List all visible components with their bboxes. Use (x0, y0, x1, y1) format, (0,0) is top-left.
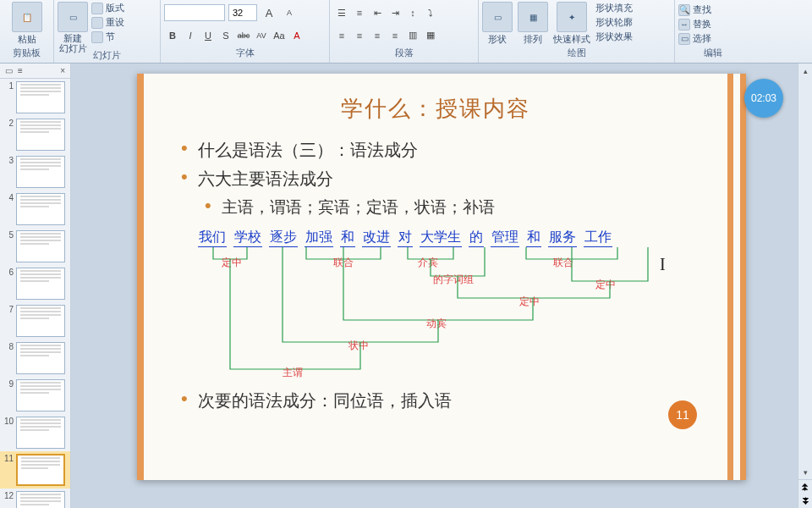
underline-button[interactable]: U (200, 27, 217, 44)
find-button[interactable]: 🔍查找 (678, 3, 748, 16)
thumbnail-8[interactable]: 8 (0, 340, 70, 377)
bullet-list: 什么是语法（三）：语法成分 六大主要语法成分 主语，谓语；宾语；定语，状语；补语 (179, 139, 697, 218)
thumbnail-2[interactable]: 2 (0, 116, 70, 153)
next-slide-button[interactable]: ⯯ (798, 494, 812, 509)
thumbnail-3[interactable]: 3 (0, 153, 70, 190)
new-slide-icon: ▭ (58, 2, 88, 32)
font-size-select[interactable] (228, 4, 257, 21)
ribbon: 📋 粘贴 剪贴板 ▭ 新建 幻灯片 版式 重设 节 幻灯片 A A B (0, 0, 812, 64)
bullet-2a: 主语，谓语；宾语；定语，状语；补语 (203, 196, 697, 218)
justify-button[interactable]: ≡ (387, 27, 403, 44)
thumbnail-panel: ▭ ≡ × 1234567891011121314 (0, 64, 71, 508)
group-paragraph: ☰ ≡ ⇤ ⇥ ↕ ⤵ ≡ ≡ ≡ ≡ ▥ ▦ 段落 (330, 0, 479, 63)
shape-fill-button[interactable]: 形状填充 (595, 2, 633, 14)
group-drawing-label: 绘图 (482, 47, 671, 61)
word: 和 (526, 229, 541, 247)
scroll-track[interactable] (798, 78, 812, 465)
arrange-button[interactable]: ▦排列 (518, 2, 548, 46)
scroll-up-button[interactable]: ▴ (798, 64, 812, 78)
numbering-button[interactable]: ≡ (351, 4, 368, 21)
word: 加强 (304, 229, 333, 247)
group-font: A A B I U S abc AV Aa A 字体 (161, 0, 330, 63)
char-spacing-button[interactable]: AV (253, 27, 270, 44)
slides-tab[interactable]: ▭ (5, 66, 13, 75)
word: 和 (340, 229, 355, 247)
layout-icon (91, 3, 103, 14)
bullet-2: 六大主要语法成分 (179, 168, 697, 190)
line-spacing-button[interactable]: ↕ (404, 4, 421, 21)
svg-text:介宾: 介宾 (418, 257, 438, 268)
vertical-scrollbar[interactable]: ▴ ▾ ⯭ ⯯ (798, 64, 812, 508)
select-icon: ▭ (678, 33, 690, 45)
group-font-label: 字体 (164, 47, 326, 61)
prev-slide-button[interactable]: ⯭ (798, 480, 812, 494)
grow-font-button[interactable]: A (261, 4, 277, 21)
shapes-icon: ▭ (482, 2, 513, 32)
bullet-1: 什么是语法（三）：语法成分 (179, 139, 697, 162)
section-button[interactable]: 节 (91, 30, 124, 43)
text-direction-button[interactable]: ⤵ (422, 4, 439, 21)
new-slide-button[interactable]: ▭ 新建 幻灯片 (58, 2, 88, 53)
word: 学校 (233, 229, 262, 247)
word: 服务 (548, 229, 577, 247)
word: 改进 (362, 229, 391, 247)
group-clipboard-label: 剪贴板 (3, 47, 50, 61)
thumbnail-12[interactable]: 12 (0, 489, 70, 508)
align-right-button[interactable]: ≡ (369, 27, 386, 44)
convert-smartart-button[interactable]: ▦ (422, 27, 439, 44)
align-left-button[interactable]: ≡ (333, 27, 350, 44)
scroll-down-button[interactable]: ▾ (798, 465, 812, 479)
thumbnail-tabs: ▭ ≡ × (0, 64, 70, 79)
indent-inc-button[interactable]: ⇥ (387, 4, 403, 21)
outline-tab[interactable]: ≡ (18, 66, 23, 75)
thumbnail-1[interactable]: 1 (0, 79, 70, 116)
abc-button[interactable]: abc (235, 27, 252, 44)
indent-dec-button[interactable]: ⇤ (369, 4, 386, 21)
svg-text:定中: 定中 (519, 295, 540, 307)
select-button[interactable]: ▭选择 (678, 32, 748, 45)
word: 对 (398, 229, 413, 247)
bullets-button[interactable]: ☰ (333, 4, 350, 21)
strike-button[interactable]: S (217, 27, 234, 44)
shapes-button[interactable]: ▭形状 (482, 2, 513, 46)
columns-button[interactable]: ▥ (404, 27, 421, 44)
shape-effects-button[interactable]: 形状效果 (595, 30, 633, 43)
align-center-button[interactable]: ≡ (351, 27, 368, 44)
word: 工作 (584, 229, 612, 247)
paste-button[interactable]: 📋 粘贴 (3, 2, 50, 46)
font-family-select[interactable] (164, 4, 225, 21)
recording-timer: 02:03 (744, 79, 783, 118)
sentence-words: 我们学校逐步加强和改进对大学生的管理和服务工作 (198, 229, 697, 247)
thumbnail-11[interactable]: 11 (0, 451, 70, 489)
font-color-button[interactable]: A (288, 27, 305, 44)
svg-text:定中: 定中 (595, 279, 616, 290)
shrink-font-button[interactable]: A (281, 4, 298, 21)
svg-text:主谓: 主谓 (283, 367, 303, 378)
thumbnail-6[interactable]: 6 (0, 265, 70, 302)
svg-text:联合: 联合 (553, 257, 573, 268)
italic-button[interactable]: I (182, 27, 199, 44)
reset-button[interactable]: 重设 (91, 16, 124, 29)
close-panel-button[interactable]: × (60, 66, 65, 75)
slide-canvas[interactable]: 学什么：授课内容 什么是语法（三）：语法成分 六大主要语法成分 主语，谓语；宾语… (137, 74, 746, 480)
thumbnail-7[interactable]: 7 (0, 302, 70, 340)
page-badge: 11 (668, 400, 697, 429)
group-clipboard: 📋 粘贴 剪贴板 (0, 0, 54, 63)
bold-button[interactable]: B (164, 27, 181, 44)
change-case-button[interactable]: Aa (271, 27, 288, 44)
layout-button[interactable]: 版式 (91, 2, 124, 14)
slide-stage: 学什么：授课内容 什么是语法（三）：语法成分 六大主要语法成分 主语，谓语；宾语… (71, 64, 812, 508)
bullet-3: 次要的语法成分：同位语，插入语 (179, 389, 697, 412)
thumbnail-9[interactable]: 9 (0, 377, 70, 414)
replace-button[interactable]: ↔替换 (678, 18, 748, 30)
slide-title: 学什么：授课内容 (174, 94, 697, 124)
thumbnail-4[interactable]: 4 (0, 190, 70, 228)
arrange-icon: ▦ (518, 2, 548, 32)
thumbnail-5[interactable]: 5 (0, 228, 70, 265)
svg-text:动宾: 动宾 (426, 318, 447, 329)
group-paragraph-label: 段落 (333, 47, 475, 61)
thumbnail-10[interactable]: 10 (0, 414, 70, 451)
tree-diagram: 定中 联合 介宾 联合 的字词组 定中 定中 动宾 状中 主谓 (198, 247, 672, 381)
shape-outline-button[interactable]: 形状轮廓 (595, 16, 633, 29)
quickstyles-button[interactable]: ✦快速样式 (553, 2, 590, 46)
